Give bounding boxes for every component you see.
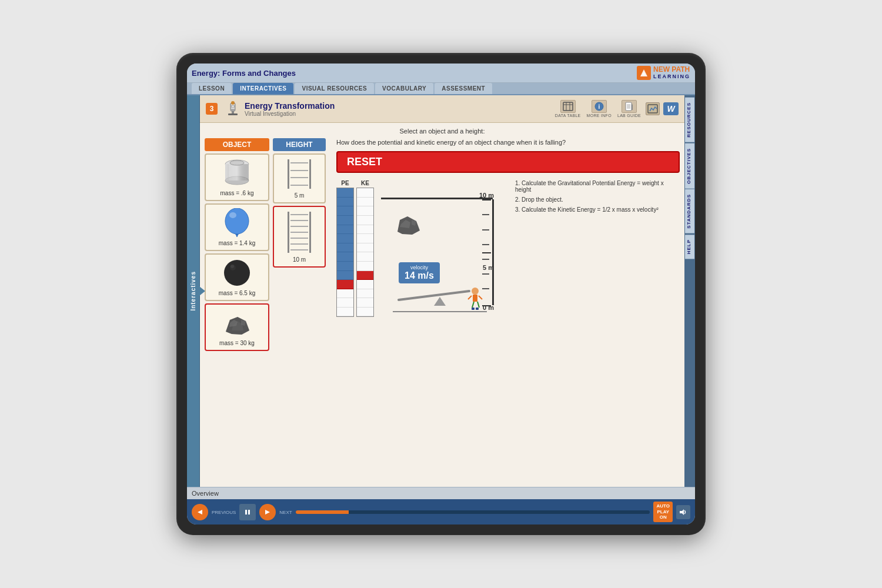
svg-rect-55 [245,510,247,514]
ke-bar-container [356,188,374,317]
progress-bar[interactable] [296,510,650,514]
sidebar-tab-objectives[interactable]: OBJECTIVES [685,143,694,189]
left-panel-label: Interactives [190,271,196,311]
question-text: How does the potential and kinetic energ… [336,138,680,146]
nav-tabs: LESSON INTERACTIVES VISUAL RESOURCES VOC… [187,83,695,95]
autoplay-label: AUTOPLAYON [656,503,670,520]
svg-point-45 [472,288,479,295]
sidebar-tab-standards[interactable]: STANDARDS [685,189,694,233]
lesson-subtitle: Virtual Investigation [245,111,335,117]
mini-ladder-5m [288,159,311,189]
svg-rect-52 [476,308,479,310]
lesson-title-area: 3 Ene [206,101,335,117]
svg-marker-54 [198,510,202,514]
data-table-button[interactable]: DATA TABLE [554,99,582,119]
pe-bar-column: PE [336,180,354,317]
write-button[interactable]: W [663,102,679,115]
object-card-can[interactable]: mass = .6 kg [205,153,269,201]
pe-label: PE [341,180,349,186]
lesson-title-group: Energy Transformation Virtual Investigat… [245,101,335,117]
svg-line-47 [468,296,472,299]
selection-area: OBJECT [205,138,326,351]
rock-image [209,308,265,338]
can-image [209,158,265,188]
falling-rock [393,209,425,238]
can-label: mass = .6 kg [209,190,265,196]
svg-point-7 [231,101,235,105]
svg-rect-4 [231,108,235,109]
lesson-number: 3 [206,103,218,115]
object-header: OBJECT [205,138,269,151]
svg-line-50 [477,302,479,308]
svg-marker-57 [265,510,270,514]
tab-assessment[interactable]: ASSESSMENT [435,83,492,94]
svg-point-32 [224,260,250,286]
instruction-3: 3. Calculate the Kinetic Energy = 1/2 x … [515,206,680,213]
previous-label-area: PREVIOUS [212,509,236,515]
content-row: OBJECT [205,138,680,351]
main-content: Interactives 3 [187,95,695,487]
svg-rect-5 [232,111,234,113]
sidebar-tab-resources[interactable]: RESOURCES [685,98,694,142]
svg-marker-44 [434,297,446,306]
height-10m-label: 10 m [479,192,494,199]
ke-bar-column: KE [356,180,374,317]
tab-interactives[interactable]: INTERACTIVES [233,83,293,94]
mini-ladder-10m [288,212,311,253]
more-info-label: MORE INFO [587,113,612,118]
sidebar-tab-help[interactable]: HELP [685,235,694,259]
energy-section: RESET PE [336,151,680,351]
instruction-1: 1. Calculate the Gravitational Potential… [515,180,680,193]
sound-button[interactable] [676,505,690,519]
autoplay-button[interactable]: AUTOPLAYON [653,502,673,522]
object-card-rock[interactable]: mass = 30 kg [205,303,269,351]
tab-vocabulary[interactable]: VOCABULARY [375,83,433,94]
lab-guide-button[interactable]: LAB GUIDE [616,99,642,119]
left-panel: Interactives [187,95,200,487]
svg-text:i: i [598,103,600,110]
object-card-ball[interactable]: mass = 6.5 kg [205,253,269,301]
object-card-balloon[interactable]: mass = 1.4 kg [205,203,269,251]
previous-label: PREVIOUS [212,510,236,515]
instructions-list: 1. Calculate the Gravitational Potential… [515,180,680,213]
svg-point-30 [229,212,236,218]
pe-bar-container [336,188,354,317]
data-table-icon [560,100,576,113]
logo-icon [637,66,651,80]
more-info-button[interactable]: i MORE INFO [586,99,613,119]
instruction-2: 2. Drop the object. [515,196,680,203]
ke-label: KE [361,180,369,186]
tab-lesson[interactable]: LESSON [192,83,232,94]
height-card-5m[interactable]: 5 m [273,153,326,203]
interactive-area: Select an object and a height: OBJECT [200,123,684,487]
velocity-label: velocity [405,265,434,270]
rock-label: mass = 30 kg [209,340,265,346]
seesaw [393,285,487,317]
svg-line-48 [479,296,482,299]
svg-rect-56 [248,510,250,514]
tab-visual-resources[interactable]: VISUAL RESOURCES [295,83,374,94]
previous-button[interactable] [192,504,208,520]
svg-point-0 [643,73,645,75]
height-header: HEIGHT [273,138,326,151]
height-card-10m[interactable]: 10 m [273,206,326,268]
more-info-icon: i [592,100,607,113]
object-column: OBJECT [205,138,269,351]
svg-rect-8 [563,102,573,111]
progress-fill [296,510,349,514]
lab-guide-icon [622,100,637,113]
center-content: 3 Ene [200,95,684,487]
app-title: Energy: Forms and Changes [192,69,296,78]
sim-main: RESET PE [336,151,680,351]
svg-line-49 [472,302,474,308]
data-table-label: DATA TABLE [555,113,581,118]
balloon-image [209,208,265,238]
pause-button[interactable] [239,504,256,520]
lesson-title: Energy Transformation [245,101,335,111]
svg-rect-51 [472,308,475,310]
svg-marker-58 [680,509,684,515]
next-button[interactable] [259,504,276,520]
newpath-logo: NEW PATH LEARNING [637,66,690,80]
reset-button[interactable]: RESET [336,151,680,173]
svg-line-43 [399,291,469,300]
